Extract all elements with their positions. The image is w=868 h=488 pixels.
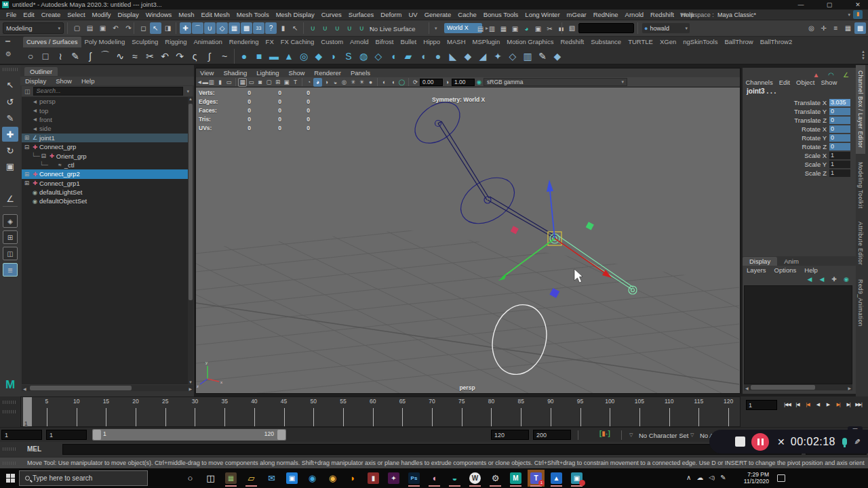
insert-knot-icon[interactable]: ↶ (157, 48, 172, 64)
xray-icon[interactable]: ◖ (389, 78, 397, 87)
shelf-gear-icon[interactable]: ⚙ (5, 50, 12, 58)
grid-display-icon[interactable]: ▦ (842, 22, 854, 34)
channel-value-field[interactable]: 0 (829, 134, 850, 142)
side-tab-modeling-toolkit[interactable]: Modeling Toolkit (856, 157, 865, 214)
go-to-end-button[interactable]: ▶▶| (854, 399, 863, 411)
wacom-icon[interactable]: W (467, 470, 484, 487)
playback-end-field[interactable]: 200 (533, 430, 571, 440)
menu-select[interactable]: Select (64, 9, 88, 20)
expand-toggle-icon[interactable]: ⊞ (23, 180, 31, 186)
playback-start-field[interactable]: 120 (491, 430, 529, 440)
exposure-icon[interactable]: ⟳ (411, 78, 420, 87)
layer-editor-scrollbar[interactable]: ◀ ▶ (744, 384, 852, 390)
highlight-icon[interactable]: ↖ (290, 22, 301, 34)
render-view-icon[interactable]: ▤ (475, 23, 486, 35)
viewport-menu-view[interactable]: View (196, 69, 219, 77)
live-surface-label[interactable]: No Live Surface (370, 25, 416, 33)
poly-cone-icon[interactable]: ▲ (281, 48, 296, 64)
outliner-item-persp[interactable]: ◄persp (22, 97, 188, 106)
command-input[interactable] (62, 444, 802, 455)
move-manipulator[interactable] (498, 180, 612, 298)
ipr-render-icon[interactable]: ▦ (498, 23, 509, 35)
menu-arnold[interactable]: Arnold (622, 9, 647, 20)
rotate-tool-icon[interactable]: ↻ (2, 143, 18, 158)
shelf-tab-poly-modeling[interactable]: Poly Modeling (81, 37, 129, 47)
make-live-icon[interactable]: ▦ (229, 22, 240, 34)
expand-toggle-icon[interactable]: ⊞ (23, 134, 31, 141)
poly-plane-icon[interactable]: ◆ (311, 48, 326, 64)
snap-magnet-view-icon[interactable]: ∪ (344, 22, 355, 34)
menu-curves[interactable]: Curves (318, 9, 345, 20)
taskbar-search[interactable]: Type here to search (19, 470, 148, 486)
snap-point-icon[interactable]: ∪ (204, 22, 216, 34)
nurbs-square-icon[interactable]: □ (38, 48, 53, 64)
bookmark-icon[interactable]: ▮ (216, 78, 224, 87)
shelf-scroll-arrows[interactable]: ▲●▼ (861, 50, 865, 60)
field-chart-icon[interactable]: ⊞ (273, 78, 282, 87)
poly-cube-icon[interactable]: ■ (252, 48, 267, 64)
range-end-handle[interactable] (277, 430, 285, 440)
animation-start-inner-field[interactable]: 1 (46, 430, 87, 440)
shelf-tab-custom[interactable]: Custom (317, 37, 347, 47)
viewport-menu-renderer[interactable]: Renderer (310, 69, 347, 77)
range-bar[interactable]: 1 120 (92, 429, 286, 441)
outliner-item-top[interactable]: ◄top (22, 106, 188, 115)
poly-helix-icon[interactable]: ◖ (386, 48, 401, 64)
outliner-item-orient-grp[interactable]: └─⊟✚Orient_grp (22, 151, 188, 160)
layer-menu-options[interactable]: Options (770, 266, 801, 274)
gamma-icon[interactable]: ◑ (443, 78, 452, 87)
shelf-tab-ngskintools[interactable]: ngSkinTools (679, 37, 721, 47)
menu-mgear[interactable]: mGear (564, 9, 590, 20)
render-settings-icon[interactable]: ▣ (509, 23, 521, 35)
step-back-frame-button[interactable]: |◀ (793, 399, 802, 411)
outliner-item-front[interactable]: ◄front (22, 115, 188, 124)
channel-row-scale-x[interactable]: Scale X1 (743, 151, 856, 160)
menu-redshift[interactable]: Redshift (647, 9, 677, 20)
menu-bonus-tools[interactable]: Bonus Tools (480, 9, 522, 20)
recorder-pause-button[interactable] (751, 433, 769, 451)
new-scene-icon[interactable]: ▢ (71, 22, 83, 34)
play-forwards-button[interactable]: ▶ (823, 399, 833, 411)
shelf-tab-hippo[interactable]: Hippo (420, 37, 443, 47)
shelf-tab-bifrost[interactable]: Bifrost (372, 37, 397, 47)
offset-curve-icon[interactable]: ς (187, 48, 202, 64)
snap-grid-icon[interactable]: ✚ (180, 22, 191, 34)
safe-action-icon[interactable]: ▣ (282, 78, 291, 87)
step-back-key-button[interactable]: |◀ (803, 399, 812, 411)
cortana-icon[interactable]: ○ (182, 470, 199, 487)
select-tool-icon[interactable]: ↖ (2, 77, 18, 92)
volume-icon[interactable]: ◁) (709, 474, 715, 481)
arc-tool-icon[interactable]: ⌒ (98, 48, 113, 64)
minimize-button[interactable]: — (792, 0, 810, 9)
shelf-tab-substance[interactable]: Substance (587, 37, 625, 47)
channel-row-rotate-z[interactable]: Rotate Z0 (743, 142, 856, 151)
pencil-curve-icon[interactable]: ʃ (83, 48, 98, 64)
minecraft-icon[interactable]: ▦ (222, 470, 239, 487)
menu-rednine[interactable]: RedNine (590, 9, 622, 20)
expand-toggle-icon[interactable]: ⊟ (23, 144, 31, 150)
nurbs-circle-icon[interactable]: ○ (23, 48, 38, 64)
viewport-menu-panels[interactable]: Panels (347, 69, 376, 77)
channel-menu-channels[interactable]: Channels (743, 79, 776, 86)
channel-value-field[interactable]: 0 (829, 117, 850, 124)
paint-brush-icon[interactable]: ✎ (535, 48, 550, 64)
film-gate-icon[interactable]: ▭ (247, 78, 256, 87)
shelf-tab-fx[interactable]: FX (262, 37, 277, 47)
expand-toggle-icon[interactable]: ⊞ (23, 171, 31, 178)
select-object-icon[interactable]: ↖ (150, 22, 161, 34)
layout-single-pane-button[interactable]: ◈ (3, 214, 18, 228)
shelf-tab-arnold[interactable]: Arnold (347, 37, 372, 47)
layer-prev-icon[interactable]: ◀ (805, 275, 814, 283)
z-plane-handle[interactable] (549, 288, 559, 298)
task-view-icon[interactable]: ◫ (202, 470, 219, 487)
menu-uv[interactable]: UV (405, 9, 420, 20)
wireframe-mode-icon[interactable]: ◔ (304, 78, 313, 87)
outliner-item-joint1[interactable]: ⊞∠joint1 (22, 134, 188, 142)
attach-curves-icon[interactable]: ≈ (127, 48, 142, 64)
poly-disc-icon[interactable]: ◗ (326, 48, 341, 64)
user-account-dropdown[interactable]: ● howald ▾ (642, 23, 690, 33)
taskbar-clock[interactable]: 7:29 PM 11/1/2020 (731, 471, 769, 485)
undo-icon[interactable]: ↶ (110, 22, 121, 34)
open-scene-icon[interactable]: ▤ (84, 22, 96, 34)
firefox-icon[interactable]: ◗ (344, 470, 361, 487)
